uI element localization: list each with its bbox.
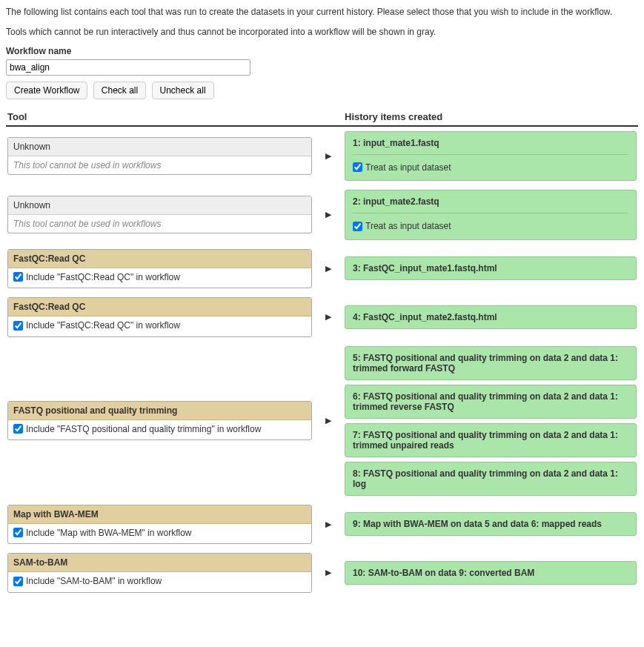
tool-box: FastQC:Read QCInclude "FastQC:Read QC" i… [7,297,312,337]
include-tool-checkbox[interactable] [13,321,23,331]
tool-title: FastQC:Read QC [8,250,311,268]
include-tool-label[interactable]: Include "Map with BWA-MEM" in workflow [13,528,191,538]
tool-title: FastQC:Read QC [8,298,311,316]
workflow-name-input[interactable] [6,59,250,76]
history-item-label: 8: FASTQ positional and quality trimming… [353,468,628,489]
history-item[interactable]: 8: FASTQ positional and quality trimming… [345,462,637,496]
tool-title: Map with BWA-MEM [8,505,311,524]
create-workflow-button[interactable]: Create Workflow [6,82,87,99]
uncheck-all-button[interactable]: Uncheck all [152,82,214,99]
tool-box: UnknownThis tool cannot be used in workf… [7,137,312,175]
workflow-name-label: Workflow name [6,46,638,56]
include-tool-label[interactable]: Include "FASTQ positional and quality tr… [13,424,261,434]
include-tool-text: Include "Map with BWA-MEM" in workflow [26,528,191,538]
include-tool-checkbox[interactable] [13,424,23,434]
include-tool-label[interactable]: Include "FastQC:Read QC" in workflow [13,320,180,331]
arrow-right-icon: ▶ [313,342,343,500]
history-item[interactable]: 4: FastQC_input_mate2.fastq.html [345,305,637,329]
history-item[interactable]: 7: FASTQ positional and quality trimming… [345,423,637,457]
treat-as-input-checkbox[interactable] [353,162,362,172]
history-item[interactable]: 10: SAM-to-BAM on data 9: converted BAM [345,561,637,585]
tool-unavailable-note: This tool cannot be used in workflows [8,156,311,174]
include-tool-checkbox[interactable] [13,272,23,282]
treat-as-input-label[interactable]: Treat as input dataset [353,162,451,173]
history-item-label: 1: input_mate1.fastq [353,138,628,148]
treat-as-input-text: Treat as input dataset [365,162,451,173]
column-header-history: History items created [343,108,638,126]
intro-text-2: Tools which cannot be run interactively … [6,26,638,39]
include-tool-checkbox[interactable] [13,577,23,586]
arrow-right-icon: ▶ [313,245,343,293]
history-item[interactable]: 1: input_mate1.fastqTreat as input datas… [345,131,637,182]
include-tool-label[interactable]: Include "FastQC:Read QC" in workflow [13,272,180,282]
arrow-right-icon: ▶ [313,185,343,245]
tool-box: FastQC:Read QCInclude "FastQC:Read QC" i… [7,249,312,289]
include-tool-text: Include "FastQC:Read QC" in workflow [26,320,180,331]
include-tool-checkbox[interactable] [13,528,23,537]
treat-as-input-text: Treat as input dataset [365,221,451,231]
history-item-label: 2: input_mate2.fastq [353,196,628,207]
tool-unavailable-note: This tool cannot be used in workflows [8,215,311,233]
tool-title: Unknown [8,138,311,156]
arrow-right-icon: ▶ [313,126,343,186]
tool-box: UnknownThis tool cannot be used in workf… [7,196,312,233]
arrow-right-icon: ▶ [313,548,343,597]
include-tool-text: Include "FastQC:Read QC" in workflow [26,272,180,282]
arrow-right-icon: ▶ [313,500,343,549]
history-item[interactable]: 2: input_mate2.fastqTreat as input datas… [345,190,637,240]
history-item[interactable]: 5: FASTQ positional and quality trimming… [345,346,637,380]
history-item-label: 10: SAM-to-BAM on data 9: converted BAM [353,568,628,578]
tool-box: SAM-to-BAMInclude "SAM-to-BAM" in workfl… [7,553,312,593]
tool-title: SAM-to-BAM [8,554,311,572]
check-all-button[interactable]: Check all [93,82,146,99]
include-tool-text: Include "SAM-to-BAM" in workflow [26,576,162,586]
tool-title: FASTQ positional and quality trimming [8,402,311,420]
history-item-label: 4: FastQC_input_mate2.fastq.html [353,312,628,322]
include-tool-text: Include "FASTQ positional and quality tr… [26,424,261,434]
intro-text-1: The following list contains each tool th… [6,6,638,19]
column-header-spacer [313,108,343,126]
include-tool-label[interactable]: Include "SAM-to-BAM" in workflow [13,576,162,586]
tool-box: FASTQ positional and quality trimmingInc… [7,401,312,441]
history-item[interactable]: 6: FASTQ positional and quality trimming… [345,385,637,419]
history-item-label: 7: FASTQ positional and quality trimming… [353,430,628,451]
tool-title: Unknown [8,196,311,215]
treat-as-input-label[interactable]: Treat as input dataset [353,221,451,231]
history-item-label: 5: FASTQ positional and quality trimming… [353,353,628,374]
history-item-label: 9: Map with BWA-MEM on data 5 and data 6… [353,519,628,529]
treat-as-input-checkbox[interactable] [353,222,362,231]
history-item[interactable]: 9: Map with BWA-MEM on data 5 and data 6… [345,512,637,536]
history-item[interactable]: 3: FastQC_input_mate1.fastq.html [345,256,637,280]
column-header-tool: Tool [6,108,313,126]
history-item-label: 3: FastQC_input_mate1.fastq.html [353,263,628,273]
arrow-right-icon: ▶ [313,293,343,342]
tool-box: Map with BWA-MEMInclude "Map with BWA-ME… [7,505,312,545]
history-item-label: 6: FASTQ positional and quality trimming… [353,391,628,412]
